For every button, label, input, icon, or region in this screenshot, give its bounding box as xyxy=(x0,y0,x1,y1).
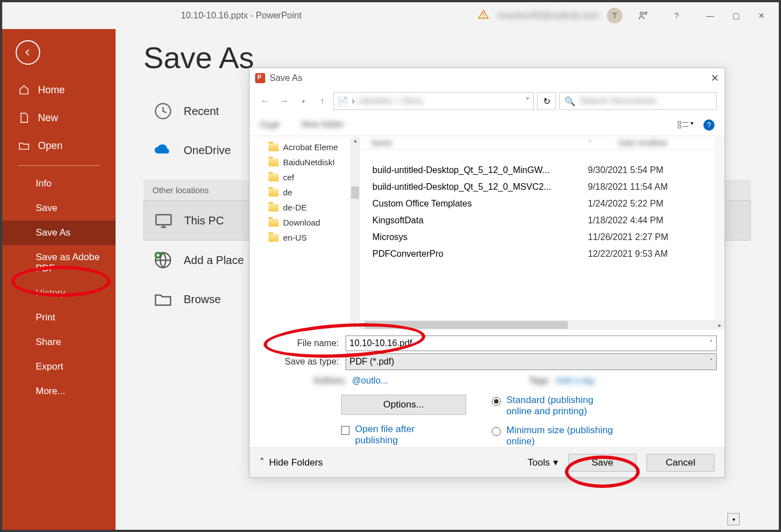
folder-icon xyxy=(269,159,279,166)
tree-item: de xyxy=(250,185,354,200)
back-button[interactable] xyxy=(16,40,40,65)
svg-point-2 xyxy=(640,12,644,15)
save-button[interactable]: Save xyxy=(568,454,636,472)
dialog-nav: ← → ▾ ↑ 📄 › Libraries > Docs ˅ ↻ 🔍 Searc… xyxy=(250,88,725,114)
file-row[interactable]: Custom Office Templates1/24/2022 5:22 PM xyxy=(354,195,725,212)
options-button[interactable]: Options... xyxy=(341,395,466,415)
home-icon xyxy=(18,84,30,96)
coming-soon-icon[interactable] xyxy=(630,4,656,27)
search-box[interactable]: 🔍 Search Documents xyxy=(559,92,717,110)
sidebar-item-save-adobe[interactable]: Save as Adobe PDF xyxy=(2,245,116,281)
save-as-dialog: Save As ✕ ← → ▾ ↑ 📄 › Libraries > Docs ˅… xyxy=(249,68,725,478)
file-row[interactable]: Microsys11/26/2021 2:27 PM xyxy=(354,229,725,246)
chevron-up-icon: ˄ xyxy=(260,457,265,468)
folder-icon xyxy=(269,174,279,181)
user-email: mxyxlmx93@outlook.com xyxy=(497,11,599,21)
add-place-icon xyxy=(152,250,174,271)
file-row[interactable]: PDFConverterPro12/22/2021 9:53 AM xyxy=(354,246,725,262)
onedrive-icon xyxy=(152,140,174,161)
nav-back-button[interactable]: ← xyxy=(257,93,273,109)
sidebar-item-share[interactable]: Share xyxy=(2,330,116,354)
chevron-down-icon[interactable]: ˅ xyxy=(525,96,530,107)
new-icon xyxy=(18,112,30,124)
folder-tree[interactable]: Acrobat Eleme BaiduNetdiskI cef de de-DE… xyxy=(250,136,354,330)
svg-rect-9 xyxy=(678,125,681,128)
sidebar-item-export[interactable]: Export xyxy=(2,354,116,379)
new-folder-button[interactable]: New folder xyxy=(301,119,344,130)
radio-icon xyxy=(492,397,501,406)
search-icon: 🔍 xyxy=(564,96,576,107)
svg-point-3 xyxy=(645,12,647,15)
sidebar-item-label: Home xyxy=(38,84,65,96)
dialog-title: Save As xyxy=(270,73,303,83)
folder-icon xyxy=(269,143,279,151)
dialog-close-button[interactable]: ✕ xyxy=(711,72,719,84)
address-bar[interactable]: 📄 › Libraries > Docs ˅ xyxy=(333,92,534,110)
tree-item: cef xyxy=(250,170,354,185)
file-vscrollbar[interactable] xyxy=(715,136,725,320)
svg-point-1 xyxy=(483,16,484,17)
maximize-button[interactable]: ▢ xyxy=(723,4,749,27)
dialog-titlebar: Save As ✕ xyxy=(250,68,725,88)
sidebar-item-new[interactable]: New xyxy=(2,104,116,132)
tree-item: en-US xyxy=(250,230,354,245)
sidebar-item-save-as[interactable]: Save As xyxy=(2,221,116,245)
backstage-sidebar: Home New Open Info Save Save As Save as … xyxy=(2,29,116,530)
avatar[interactable]: T xyxy=(607,8,622,23)
folder-icon xyxy=(269,219,279,227)
radio-icon xyxy=(492,427,501,436)
sidebar-item-open[interactable]: Open xyxy=(2,132,116,160)
optimize-standard-radio[interactable]: Standard (publishing online and printing… xyxy=(492,395,618,417)
refresh-button[interactable]: ↻ xyxy=(537,92,556,110)
file-row[interactable]: build-untitled-Desktop_Qt_5_12_0_MinGW..… xyxy=(354,162,725,179)
folder-icon xyxy=(269,189,279,196)
sidebar-item-history[interactable]: History xyxy=(2,281,116,305)
browse-icon xyxy=(152,289,174,310)
warning-icon xyxy=(478,9,489,22)
file-list-header[interactable]: Name ˄ Date modified xyxy=(354,136,725,150)
sidebar-item-label: Open xyxy=(38,140,63,152)
open-after-checkbox[interactable]: Open file after publishing xyxy=(341,424,453,446)
file-name-input[interactable]: 10.10-10.16.pdf˅ xyxy=(346,336,717,351)
tree-item: de-DE xyxy=(250,200,354,215)
save-type-combo[interactable]: PDF (*.pdf)˅ xyxy=(346,353,717,370)
recent-icon xyxy=(152,100,174,122)
titlebar: 10.10-10.16.pptx - PowerPoint mxyxlmx93@… xyxy=(2,2,779,29)
hide-folders-button[interactable]: ˄Hide Folders xyxy=(260,457,323,468)
folder-icon xyxy=(269,204,279,212)
cancel-button[interactable]: Cancel xyxy=(646,454,715,472)
sidebar-item-label: New xyxy=(38,112,58,124)
this-pc-icon xyxy=(153,210,174,231)
view-options-button[interactable]: ▾ xyxy=(677,120,693,130)
scroll-down-button[interactable]: ▾ xyxy=(727,513,740,525)
dialog-footer: ˄Hide Folders Tools▾ Save Cancel xyxy=(250,447,725,477)
location-doc-icon: 📄 xyxy=(337,96,348,107)
tools-dropdown[interactable]: Tools▾ xyxy=(528,457,558,468)
powerpoint-icon xyxy=(255,73,265,83)
file-hscrollbar[interactable]: ◂▸ xyxy=(354,320,725,330)
file-row[interactable]: build-untitled-Desktop_Qt_5_12_0_MSVC2..… xyxy=(354,179,725,195)
file-list[interactable]: Name ˄ Date modified build-untitled-Desk… xyxy=(354,136,725,330)
organize-button[interactable]: Org▾ xyxy=(260,119,279,130)
sidebar-item-save[interactable]: Save xyxy=(2,196,116,221)
window-title: 10.10-10.16.pptx - PowerPoint xyxy=(181,11,301,21)
sidebar-item-print[interactable]: Print xyxy=(2,305,116,330)
nav-history-dropdown[interactable]: ▾ xyxy=(295,93,311,109)
author-link[interactable]: @outlo... xyxy=(352,376,388,386)
close-button[interactable]: ✕ xyxy=(749,4,774,27)
sidebar-item-home[interactable]: Home xyxy=(2,76,116,104)
optimize-minimum-radio[interactable]: Minimum size (publishing online) xyxy=(492,425,618,447)
tree-scrollbar[interactable]: ▴▾ xyxy=(350,137,354,329)
file-row[interactable]: KingsoftData1/18/2022 4:44 PM xyxy=(354,212,725,229)
dialog-toolbar: Org▾ New folder ▾ ? xyxy=(250,114,725,136)
nav-forward-button[interactable]: → xyxy=(276,93,292,109)
tree-item: Acrobat Eleme xyxy=(250,140,354,155)
tree-item: Download xyxy=(250,215,354,230)
help-button[interactable]: ? xyxy=(703,119,715,131)
sidebar-item-more[interactable]: More... xyxy=(2,379,116,404)
svg-rect-5 xyxy=(156,215,171,225)
nav-up-button[interactable]: ↑ xyxy=(314,93,330,109)
minimize-button[interactable]: — xyxy=(697,4,723,27)
sidebar-item-info[interactable]: Info xyxy=(2,171,116,196)
help-icon[interactable]: ? xyxy=(664,4,689,27)
